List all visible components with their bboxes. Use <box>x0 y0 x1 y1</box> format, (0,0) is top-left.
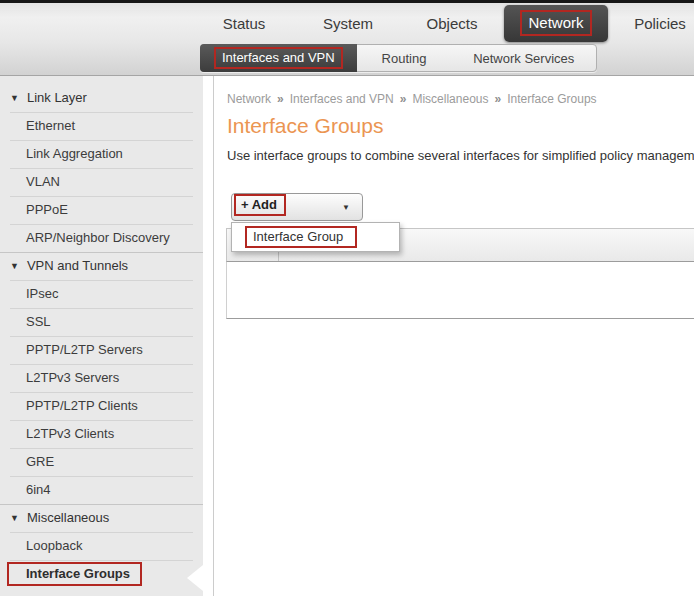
tab-routing[interactable]: Routing <box>357 45 452 71</box>
sidebar-item-pptp-l2tp-servers[interactable]: PPTP/L2TP Servers <box>0 336 203 364</box>
sidebar-section-label: VPN and Tunnels <box>27 258 128 273</box>
sidebar-item-pppoe[interactable]: PPPoE <box>0 196 203 224</box>
tab-network-services[interactable]: Network Services <box>451 45 596 71</box>
selected-item-arrow-icon <box>187 565 203 591</box>
sidebar: ▼Link LayerEthernetLink AggregationVLANP… <box>0 76 203 596</box>
nav-item-network[interactable]: Network <box>504 5 608 42</box>
sidebar-item-l2tpv3-servers[interactable]: L2TPv3 Servers <box>0 364 203 392</box>
sidebar-item-interface-groups[interactable]: Interface Groups <box>0 560 203 588</box>
sidebar-item-vlan[interactable]: VLAN <box>0 168 203 196</box>
nav-item-policies[interactable]: Policies <box>608 4 694 42</box>
table-empty-body <box>226 262 694 319</box>
nav-item-status[interactable]: Status <box>192 4 296 42</box>
breadcrumb-network[interactable]: Network <box>227 92 271 106</box>
triangle-down-icon: ▼ <box>10 252 19 280</box>
main-panel: Network»Interfaces and VPN»Miscellaneous… <box>203 76 694 596</box>
sidebar-section-label: Link Layer <box>27 90 87 105</box>
sidebar-section-link-layer[interactable]: ▼Link Layer <box>0 84 203 112</box>
breadcrumb-interface-groups[interactable]: Interface Groups <box>507 92 596 106</box>
sidebar-item-ipsec[interactable]: IPsec <box>0 280 203 308</box>
add-button[interactable]: + Add ▼ <box>231 193 363 221</box>
sidebar-item-loopback[interactable]: Loopback <box>0 532 203 560</box>
sidebar-section-miscellaneous[interactable]: ▼Miscellaneous <box>0 504 203 532</box>
topnav: StatusSystemObjectsNetworkPolicies <box>192 4 694 42</box>
sidebar-item-gre[interactable]: GRE <box>0 448 203 476</box>
annotation-box: Interface Group <box>245 226 357 248</box>
triangle-down-icon: ▼ <box>10 84 19 112</box>
breadcrumb-separator: » <box>277 92 284 106</box>
app-window: StatusSystemObjectsNetworkPolicies Inter… <box>0 0 694 596</box>
breadcrumb-interfaces-and-vpn[interactable]: Interfaces and VPN <box>290 92 394 106</box>
panel-left-border <box>213 76 214 596</box>
breadcrumb-separator: » <box>495 92 502 106</box>
sidebar-item-ethernet[interactable]: Ethernet <box>0 112 203 140</box>
chevron-down-icon: ▼ <box>342 204 350 212</box>
sidebar-item-l2tpv3-clients[interactable]: L2TPv3 Clients <box>0 420 203 448</box>
sidebar-item-ssl[interactable]: SSL <box>0 308 203 336</box>
sidebar-item-link-aggregation[interactable]: Link Aggregation <box>0 140 203 168</box>
page-description: Use interface groups to combine several … <box>227 148 694 163</box>
nav-item-objects[interactable]: Objects <box>400 4 504 42</box>
sidebar-section-label: Miscellaneous <box>27 510 109 525</box>
breadcrumb-miscellaneous[interactable]: Miscellaneous <box>412 92 488 106</box>
sidebar-item-6in4[interactable]: 6in4 <box>0 476 203 504</box>
page-title: Interface Groups <box>227 114 383 138</box>
sidebar-item-pptp-l2tp-clients[interactable]: PPTP/L2TP Clients <box>0 392 203 420</box>
add-dropdown-menu: Interface Group <box>231 222 400 252</box>
tab-interfaces-and-vpn[interactable]: Interfaces and VPN <box>200 44 357 72</box>
sidebar-section-vpn-and-tunnels[interactable]: ▼VPN and Tunnels <box>0 252 203 280</box>
annotation-box: Interfaces and VPN <box>214 47 343 69</box>
annotation-box: Network <box>520 10 591 36</box>
nav-item-system[interactable]: System <box>296 4 400 42</box>
breadcrumb-separator: » <box>400 92 407 106</box>
sidebar-item-arp-neighbor-discovery[interactable]: ARP/Neighbor Discovery <box>0 224 203 252</box>
annotation-box: Interface Groups <box>7 562 142 586</box>
add-button-label: + Add <box>234 194 286 216</box>
triangle-down-icon: ▼ <box>10 504 19 532</box>
breadcrumb: Network»Interfaces and VPN»Miscellaneous… <box>227 92 597 106</box>
subnav: Interfaces and VPNRoutingNetwork Service… <box>200 44 597 72</box>
dropdown-item-interface-group[interactable]: Interface Group <box>232 223 399 251</box>
